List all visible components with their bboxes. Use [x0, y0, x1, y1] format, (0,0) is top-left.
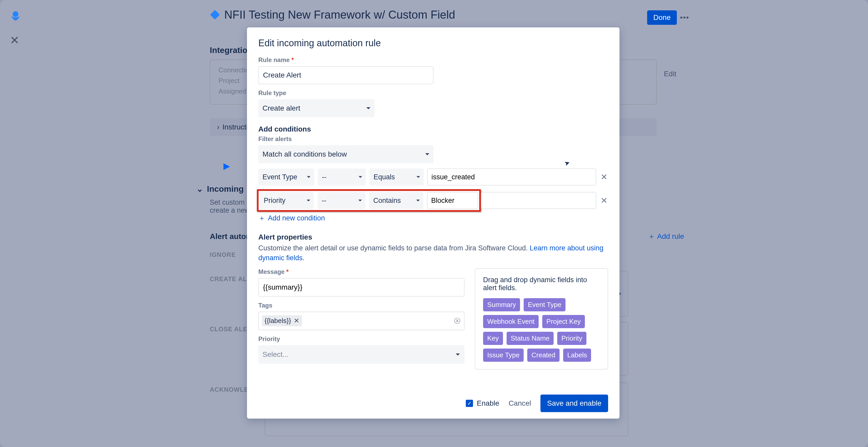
page-title: NFII Testing New Framework w/ Custom Fie…: [224, 8, 455, 21]
cond1-value-input[interactable]: [427, 169, 596, 185]
chip-labels[interactable]: Labels: [563, 349, 591, 362]
chevron-right-icon: ›: [217, 123, 219, 131]
close-icon[interactable]: ✕: [10, 34, 20, 47]
dynamic-chips: Summary Event Type Webhook Event Project…: [483, 298, 600, 362]
chip-status-name[interactable]: Status Name: [506, 332, 554, 345]
chip-key[interactable]: Key: [483, 332, 503, 345]
chip-event-type[interactable]: Event Type: [524, 298, 565, 311]
condition-row-1: Event Type -- Equals ✕: [258, 169, 608, 185]
integration-heading: Integration: [210, 46, 252, 55]
tags-label: Tags: [258, 302, 464, 309]
filter-alerts-value: Match all conditions below: [262, 150, 347, 158]
add-rule-button[interactable]: ＋ Add rule: [648, 232, 684, 241]
cond1-op2-select[interactable]: Equals: [369, 169, 424, 185]
add-condition-label: Add new condition: [268, 214, 325, 222]
cond1-field-select[interactable]: Event Type: [258, 169, 314, 185]
incoming-desc: Set custom create a new: [210, 199, 250, 214]
condition-2-highlight: Priority -- Contains: [257, 189, 481, 212]
message-input[interactable]: [258, 278, 464, 297]
dynamic-fields-desc: Drag and drop dynamic fields into alert …: [483, 276, 600, 292]
alert-properties-heading: Alert properties: [258, 233, 608, 241]
alert-properties-desc: Customize the alert detail or use dynami…: [258, 243, 608, 263]
rule-name-label: Rule name *: [258, 56, 608, 64]
incoming-arrow-icon: [214, 160, 232, 175]
tags-input[interactable]: {{labels}} ✕ ⓧ: [258, 311, 464, 330]
edit-rule-modal: Edit incoming automation rule Rule name …: [247, 27, 619, 419]
chip-summary[interactable]: Summary: [483, 298, 520, 311]
plus-icon: ＋: [258, 213, 265, 223]
done-button[interactable]: Done: [647, 10, 677, 25]
condition-row-2: Priority -- Contains ✕: [258, 189, 608, 212]
ignore-label: IGNORE: [210, 251, 236, 258]
cancel-button[interactable]: Cancel: [509, 399, 531, 408]
cond2-value-input[interactable]: [427, 192, 478, 209]
chip-created[interactable]: Created: [527, 349, 560, 362]
tag-chip-label: {{labels}}: [265, 317, 291, 325]
cond2-op2-select[interactable]: Contains: [369, 192, 424, 209]
cond2-remove-icon[interactable]: ✕: [600, 196, 608, 205]
cond1-remove-icon[interactable]: ✕: [600, 172, 608, 182]
chevron-down-icon: ⌄: [196, 184, 203, 194]
priority-select[interactable]: Select...: [258, 345, 464, 364]
message-label: Message *: [258, 268, 464, 275]
cond2-op1-select[interactable]: --: [317, 192, 366, 209]
edit-button[interactable]: Edit: [658, 67, 683, 81]
more-icon[interactable]: •••: [677, 10, 692, 25]
opsgenie-icon: [10, 10, 21, 24]
modal-title: Edit incoming automation rule: [258, 38, 608, 49]
dynamic-fields-panel: Drag and drop dynamic fields into alert …: [475, 268, 608, 369]
enable-label: Enable: [476, 399, 499, 408]
rule-type-select[interactable]: Create alert: [258, 99, 375, 117]
chip-project-key[interactable]: Project Key: [542, 315, 585, 328]
add-rule-label: Add rule: [657, 232, 684, 241]
tags-clear-icon[interactable]: ⓧ: [454, 317, 460, 325]
rule-name-input[interactable]: [258, 66, 433, 84]
tag-chip: {{labels}} ✕: [262, 315, 302, 326]
rule-type-label: Rule type: [258, 89, 608, 97]
add-conditions-heading: Add conditions: [258, 125, 608, 133]
enable-checkbox[interactable]: ✓: [466, 400, 473, 407]
svg-rect-0: [210, 10, 220, 20]
cond2-field-select[interactable]: Priority: [259, 192, 314, 209]
chip-issue-type[interactable]: Issue Type: [483, 349, 524, 362]
priority-placeholder: Select...: [262, 350, 288, 359]
priority-label: Priority: [258, 335, 464, 342]
save-enable-button[interactable]: Save and enable: [540, 394, 608, 412]
modal-footer: ✓ Enable Cancel Save and enable: [247, 388, 619, 419]
cond2-value-ext[interactable]: [481, 192, 596, 209]
filter-alerts-label: Filter alerts: [258, 136, 608, 143]
incoming-label: Incoming: [207, 184, 244, 194]
plus-icon: ＋: [648, 232, 655, 241]
add-condition-button[interactable]: ＋ Add new condition: [258, 213, 608, 223]
jira-icon: [208, 7, 222, 22]
cond1-op1-select[interactable]: --: [318, 169, 366, 185]
chip-webhook-event[interactable]: Webhook Event: [483, 315, 538, 328]
tag-remove-icon[interactable]: ✕: [294, 317, 300, 325]
chip-priority[interactable]: Priority: [557, 332, 586, 345]
filter-alerts-select[interactable]: Match all conditions below: [258, 145, 433, 163]
enable-toggle[interactable]: ✓ Enable: [466, 399, 499, 408]
incoming-heading[interactable]: ⌄ Incoming: [196, 184, 244, 194]
rule-type-value: Create alert: [262, 104, 300, 112]
